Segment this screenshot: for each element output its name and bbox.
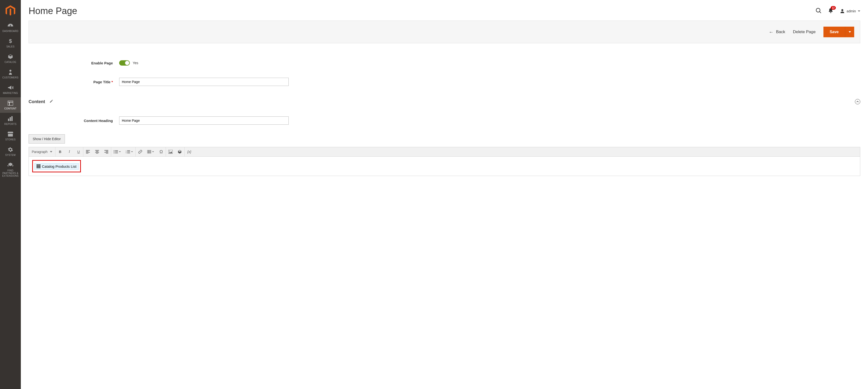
italic-icon: I bbox=[69, 150, 70, 154]
sidebar-item-dashboard[interactable]: DASHBOARD bbox=[0, 20, 21, 35]
insert-table-button[interactable] bbox=[145, 147, 156, 156]
svg-text:$: $ bbox=[9, 38, 12, 44]
content-section-header[interactable]: Content bbox=[29, 88, 860, 106]
sidebar-label: FIND PARTNERS & EXTENSIONS bbox=[1, 169, 20, 177]
link-icon bbox=[138, 150, 143, 154]
numbered-list-button[interactable]: 123 bbox=[123, 147, 135, 156]
toggle-editor-button[interactable]: Show / Hide Editor bbox=[29, 134, 65, 143]
sidebar-item-system[interactable]: SYSTEM bbox=[0, 144, 21, 159]
insert-variable-button[interactable]: {x} bbox=[185, 147, 194, 156]
page-header: Home Page 13 admin bbox=[29, 0, 860, 21]
grid-icon bbox=[37, 164, 40, 168]
insert-widget-button[interactable] bbox=[175, 147, 184, 156]
save-button-group: Save bbox=[824, 27, 854, 37]
magento-logo[interactable] bbox=[5, 5, 16, 17]
enable-page-row: Enable Page Yes bbox=[29, 58, 860, 68]
insert-link-button[interactable] bbox=[135, 147, 145, 156]
special-char-button[interactable]: Ω bbox=[156, 147, 166, 156]
bold-button[interactable]: B bbox=[56, 147, 65, 156]
chevron-down-icon bbox=[848, 31, 851, 33]
content-heading-input[interactable] bbox=[119, 117, 289, 125]
align-left-icon bbox=[86, 150, 90, 154]
box-icon bbox=[8, 54, 13, 60]
svg-point-9 bbox=[114, 151, 115, 152]
block-format-value: Paragraph bbox=[32, 150, 48, 154]
chevron-down-icon bbox=[119, 151, 121, 152]
enable-page-value: Yes bbox=[133, 61, 138, 65]
sidebar-item-sales[interactable]: $ SALES bbox=[0, 35, 21, 51]
content-heading-row: Content Heading bbox=[29, 114, 860, 127]
sidebar-item-content[interactable]: CONTENT bbox=[0, 97, 21, 113]
delete-page-button[interactable]: Delete Page bbox=[793, 30, 816, 34]
layout-icon bbox=[8, 100, 13, 106]
variable-icon: {x} bbox=[187, 150, 191, 154]
page-title: Home Page bbox=[29, 6, 77, 16]
save-button[interactable]: Save bbox=[824, 27, 845, 37]
svg-rect-14 bbox=[147, 150, 151, 154]
chevron-down-icon bbox=[858, 10, 860, 12]
pencil-icon bbox=[50, 99, 53, 104]
page-title-row: Page Title* bbox=[29, 75, 860, 88]
save-dropdown-button[interactable] bbox=[845, 27, 854, 37]
toggle-knob bbox=[125, 61, 129, 65]
back-label: Back bbox=[776, 30, 785, 34]
back-button[interactable]: ← Back bbox=[769, 29, 785, 35]
align-left-button[interactable] bbox=[83, 147, 93, 156]
gear-icon bbox=[8, 147, 13, 153]
dashboard-icon bbox=[7, 23, 13, 29]
search-button[interactable] bbox=[816, 8, 822, 14]
insert-image-button[interactable] bbox=[166, 147, 175, 156]
notifications-button[interactable]: 13 bbox=[828, 8, 834, 14]
align-right-button[interactable] bbox=[102, 147, 111, 156]
omega-icon: Ω bbox=[160, 149, 163, 155]
sidebar-label: MARKETING bbox=[3, 92, 18, 94]
chevron-down-icon bbox=[152, 151, 154, 152]
sidebar-label: DASHBOARD bbox=[2, 30, 19, 32]
sidebar-item-customers[interactable]: CUSTOMERS bbox=[0, 66, 21, 82]
align-right-icon bbox=[104, 150, 108, 154]
partners-icon bbox=[7, 162, 13, 168]
enable-page-toggle[interactable] bbox=[119, 60, 130, 66]
svg-point-16 bbox=[169, 151, 170, 152]
page-title-input[interactable] bbox=[119, 78, 289, 86]
sidebar-item-marketing[interactable]: MARKETING bbox=[0, 82, 21, 97]
sidebar-item-reports[interactable]: REPORTS bbox=[0, 113, 21, 128]
svg-point-8 bbox=[114, 150, 115, 151]
svg-point-1 bbox=[9, 70, 11, 72]
sidebar-label: CUSTOMERS bbox=[2, 76, 19, 79]
sidebar-label: REPORTS bbox=[4, 123, 17, 125]
image-icon bbox=[168, 150, 173, 154]
sidebar-label: STORES bbox=[5, 138, 16, 141]
chevron-down-icon bbox=[50, 151, 52, 153]
wysiwyg-editor-body[interactable]: Catalog Products List bbox=[29, 156, 860, 176]
widget-chip-catalog-products[interactable]: Catalog Products List bbox=[34, 163, 79, 170]
widget-icon bbox=[178, 150, 182, 154]
user-menu[interactable]: admin bbox=[840, 9, 860, 13]
admin-sidebar: DASHBOARD $ SALES CATALOG CUSTOMERS MARK… bbox=[0, 0, 21, 389]
align-center-button[interactable] bbox=[93, 147, 102, 156]
svg-rect-7 bbox=[11, 116, 12, 121]
sidebar-item-extensions[interactable]: FIND PARTNERS & EXTENSIONS bbox=[0, 159, 21, 180]
block-format-select[interactable]: Paragraph bbox=[29, 150, 55, 154]
action-bar: ← Back Delete Page Save bbox=[29, 21, 860, 43]
dollar-icon: $ bbox=[9, 38, 12, 44]
chevron-up-icon bbox=[856, 100, 859, 103]
collapse-section-button[interactable] bbox=[855, 99, 860, 104]
svg-rect-2 bbox=[8, 101, 13, 105]
align-center-icon bbox=[95, 150, 99, 154]
sidebar-item-stores[interactable]: STORES bbox=[0, 128, 21, 144]
bold-icon: B bbox=[59, 150, 61, 154]
user-icon bbox=[840, 9, 845, 13]
bullet-list-button[interactable] bbox=[111, 147, 123, 156]
arrow-left-icon: ← bbox=[769, 29, 774, 35]
sidebar-label: CONTENT bbox=[4, 107, 17, 110]
sidebar-item-catalog[interactable]: CATALOG bbox=[0, 51, 21, 66]
wysiwyg-toolbar: Paragraph B I U bbox=[29, 147, 860, 156]
highlighted-widget-annotation: Catalog Products List bbox=[32, 160, 81, 172]
sidebar-label: CATALOG bbox=[5, 61, 16, 63]
table-icon bbox=[147, 150, 151, 154]
svg-text:3: 3 bbox=[126, 153, 127, 154]
italic-button[interactable]: I bbox=[65, 147, 74, 156]
underline-button[interactable]: U bbox=[74, 147, 83, 156]
bar-chart-icon bbox=[8, 116, 13, 122]
